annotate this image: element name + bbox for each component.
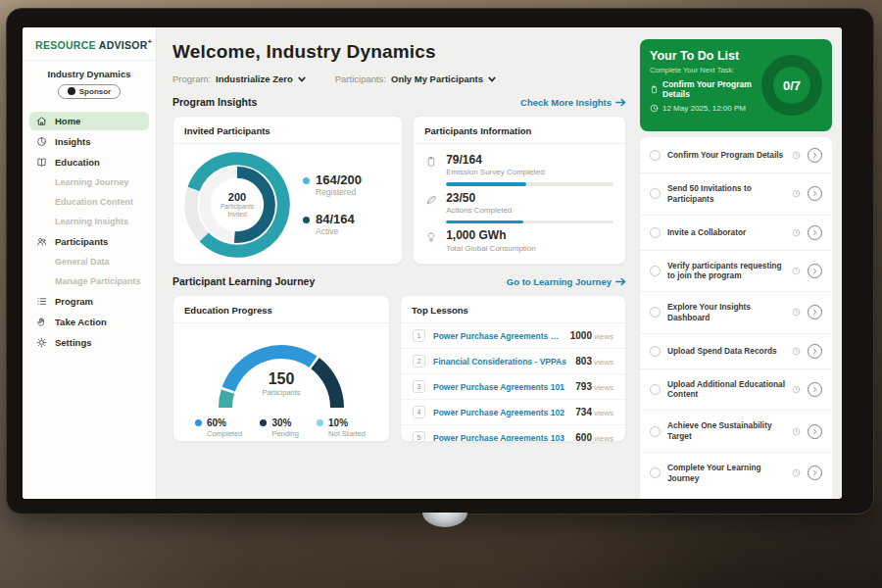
monitor-bezel: RESOURCE ADVISOR+ Industry Dynamics Spon… [6,8,874,514]
lesson-row: 2 Financial Considerations - VPPAs 803vi… [401,349,625,374]
clock-icon [792,308,801,317]
legend-completed: 60% Completed [195,417,242,438]
link-label: Check More Insights [520,97,612,108]
lesson-row: 3 Power Purchase Agreements 101 793views [401,374,625,400]
todo-subtitle: Complete Your Next Task: [650,66,756,74]
sidebar-item-label: Participants [55,236,108,247]
legend-value: 60% [207,417,242,429]
sidebar-item-label: Take Action [55,317,107,327]
legend-dot [195,419,202,426]
task-row: Confirm Your Program Details [640,138,832,173]
legend-dot [317,419,323,426]
legend-dot [303,217,310,223]
legend-dot [260,419,267,426]
clock-icon [792,267,801,275]
sidebar-item-education[interactable]: Education [29,153,149,172]
task-checkbox[interactable] [650,467,661,478]
lesson-row: 1 Power Purchase Agreements 101 1000view… [401,323,625,349]
lesson-rank: 5 [413,431,425,442]
sidebar-item-general-data[interactable]: General Data [29,253,149,270]
page-title: Welcome, Industry Dynamics [172,41,626,63]
lesson-row: 4 Power Purchase Agreements 102 734views [401,400,625,425]
task-open-button[interactable] [808,148,822,163]
legend-label: Pending [271,429,299,438]
sidebar-item-program[interactable]: Program [29,292,149,311]
lesson-rank: 2 [413,355,425,368]
progress-fill [446,182,526,186]
task-open-button[interactable] [808,466,822,480]
card-title: Invited Participants [173,117,402,144]
task-checkbox[interactable] [650,266,661,276]
donut-legend: 164/200 Registered 84/164 Active [303,173,362,237]
sidebar-item-learning-insights[interactable]: Learning Insights [29,213,149,230]
sidebar-item-label: Home [55,116,80,126]
sidebar-item-label: Education [55,157,100,168]
go-to-learning-journey-link[interactable]: Go to Learning Journey [507,276,626,287]
task-checkbox[interactable] [650,188,661,199]
section-title: Participant Learning Journey [172,275,315,287]
collapse-tasks-link[interactable]: Collapse Tasks [640,493,832,499]
task-open-button[interactable] [808,344,822,359]
task-open-button[interactable] [808,424,822,439]
task-row: Upload Spend Data Records [640,334,832,369]
sidebar-item-settings[interactable]: Settings [29,333,149,352]
lesson-link[interactable]: Power Purchase Agreements 102 [433,408,567,417]
task-list: Confirm Your Program Details Send 50 Inv… [640,137,832,499]
sponsor-badge[interactable]: Sponsor [58,84,121,99]
task-open-button[interactable] [808,305,822,319]
sidebar-item-label: Insights [55,136,90,147]
legend-label: Not Started [328,429,366,438]
task-open-button[interactable] [808,264,822,278]
sidebar-item-insights[interactable]: Insights [29,132,149,151]
sidebar-item-participants[interactable]: Participants [29,232,149,251]
education-progress-gauge-chart: 150 Participants [198,329,365,412]
clock-icon [650,104,659,113]
task-row: Send 50 Invitations to Participants [640,173,832,216]
stat-label: Emission Survey Completed [446,168,613,176]
lesson-link[interactable]: Financial Considerations - VPPAs [433,357,567,367]
chevron-right-icon [811,348,818,355]
sidebar-item-learning-journey[interactable]: Learning Journey [29,173,149,191]
section-title: Program Insights [172,96,257,108]
legend-label: Registered [316,187,362,197]
stat-value: 79/164 [446,154,613,167]
sidebar-item-education-content[interactable]: Education Content [29,193,149,211]
task-checkbox[interactable] [650,307,661,318]
chevron-down-icon [298,75,306,83]
logo-plus: + [148,38,152,45]
clipboard-icon [650,85,659,94]
education-progress-card: Education Progress 150 Participants [172,295,390,442]
chevron-down-icon [488,75,496,83]
sidebar-item-home[interactable]: Home [29,112,149,130]
task-open-button[interactable] [808,382,822,397]
chevron-right-icon [811,469,818,476]
lesson-link[interactable]: Power Purchase Agreements 101 [433,382,567,392]
stat-value: 23/50 [446,192,613,205]
task-checkbox[interactable] [650,426,661,437]
task-checkbox[interactable] [650,227,661,238]
survey-icon [425,156,437,168]
participants-dropdown[interactable]: Participants: Only My Participants [335,74,496,84]
task-checkbox[interactable] [650,150,661,161]
lesson-views: 1000views [570,330,613,341]
program-dropdown[interactable]: Program: Industrialize Zero [172,74,306,84]
task-open-button[interactable] [808,186,822,201]
task-row: Achieve One Sustainability Target [640,411,832,453]
sidebar-item-label: Program [55,296,93,307]
clock-icon [792,189,801,198]
task-label: Upload Spend Data Records [667,346,785,357]
card-title: Top Lessons [401,296,625,323]
sidebar-item-take-action[interactable]: Take Action [29,313,149,331]
task-open-button[interactable] [808,225,822,240]
legend-value: 84/164 [316,213,355,226]
task-row: Verify participants requesting to join t… [640,251,832,293]
lesson-link[interactable]: Power Purchase Agreements 101 [433,331,563,341]
task-checkbox[interactable] [650,384,661,395]
hand-icon [36,317,47,327]
task-label: Verify participants requesting to join t… [667,261,785,282]
check-more-insights-link[interactable]: Check More Insights [520,97,626,108]
task-checkbox[interactable] [650,346,661,357]
donut-center-value: 200 [228,191,246,203]
sidebar-item-manage-participants[interactable]: Manage Participants [29,272,149,290]
lesson-link[interactable]: Power Purchase Agreements 103 [433,433,567,443]
